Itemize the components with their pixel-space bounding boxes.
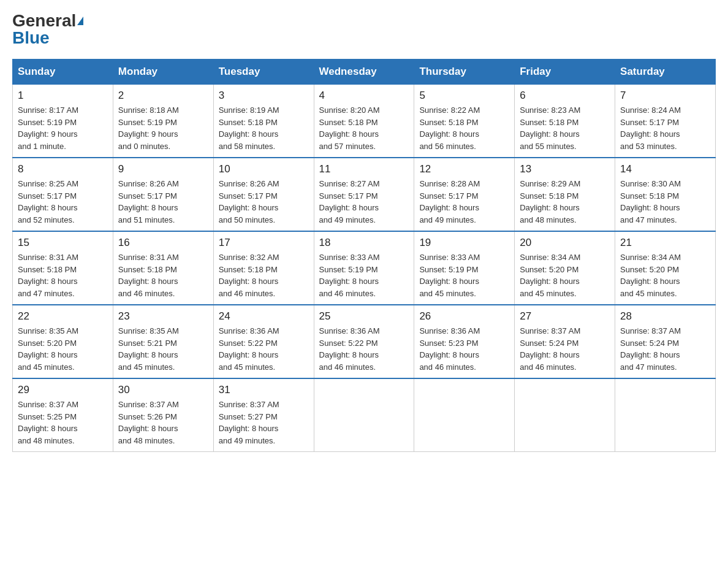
day-info: Sunrise: 8:27 AM Sunset: 5:17 PM Dayligh… — [319, 178, 409, 226]
day-number: 19 — [419, 237, 509, 249]
day-number: 18 — [319, 237, 409, 249]
day-number: 3 — [219, 90, 309, 102]
day-info: Sunrise: 8:18 AM Sunset: 5:19 PM Dayligh… — [118, 104, 208, 152]
calendar-day-cell: 5 Sunrise: 8:22 AM Sunset: 5:18 PM Dayli… — [414, 85, 515, 158]
day-info: Sunrise: 8:37 AM Sunset: 5:25 PM Dayligh… — [18, 399, 108, 446]
calendar-day-cell: 12 Sunrise: 8:28 AM Sunset: 5:17 PM Dayl… — [414, 158, 515, 231]
day-number: 5 — [419, 90, 509, 102]
calendar-day-cell: 9 Sunrise: 8:26 AM Sunset: 5:17 PM Dayli… — [113, 158, 213, 231]
calendar-day-cell — [314, 378, 414, 452]
day-info: Sunrise: 8:26 AM Sunset: 5:17 PM Dayligh… — [118, 178, 208, 226]
calendar-day-cell — [414, 378, 515, 452]
day-info: Sunrise: 8:35 AM Sunset: 5:20 PM Dayligh… — [18, 325, 108, 373]
day-info: Sunrise: 8:37 AM Sunset: 5:24 PM Dayligh… — [520, 325, 610, 373]
calendar-day-cell: 26 Sunrise: 8:36 AM Sunset: 5:23 PM Dayl… — [414, 305, 515, 378]
day-info: Sunrise: 8:20 AM Sunset: 5:18 PM Dayligh… — [319, 104, 409, 152]
day-number: 7 — [620, 90, 710, 102]
day-info: Sunrise: 8:23 AM Sunset: 5:18 PM Dayligh… — [520, 104, 610, 152]
header-wednesday: Wednesday — [314, 59, 414, 85]
calendar-week-row: 22 Sunrise: 8:35 AM Sunset: 5:20 PM Dayl… — [13, 305, 716, 378]
calendar-day-cell — [515, 378, 615, 452]
calendar-table: Sunday Monday Tuesday Wednesday Thursday… — [12, 59, 716, 452]
day-info: Sunrise: 8:22 AM Sunset: 5:18 PM Dayligh… — [419, 104, 509, 152]
header-friday: Friday — [515, 59, 615, 85]
day-info: Sunrise: 8:37 AM Sunset: 5:24 PM Dayligh… — [620, 325, 710, 373]
calendar-day-cell: 22 Sunrise: 8:35 AM Sunset: 5:20 PM Dayl… — [13, 305, 113, 378]
calendar-day-cell: 13 Sunrise: 8:29 AM Sunset: 5:18 PM Dayl… — [515, 158, 615, 231]
calendar-week-row: 29 Sunrise: 8:37 AM Sunset: 5:25 PM Dayl… — [13, 378, 716, 452]
day-number: 13 — [520, 163, 610, 175]
day-info: Sunrise: 8:36 AM Sunset: 5:22 PM Dayligh… — [219, 325, 309, 373]
calendar-day-cell: 23 Sunrise: 8:35 AM Sunset: 5:21 PM Dayl… — [113, 305, 213, 378]
header-monday: Monday — [113, 59, 213, 85]
logo: General Blue — [12, 12, 83, 47]
logo-general-text: General — [12, 12, 76, 29]
day-info: Sunrise: 8:37 AM Sunset: 5:26 PM Dayligh… — [118, 399, 208, 446]
day-info: Sunrise: 8:19 AM Sunset: 5:18 PM Dayligh… — [219, 104, 309, 152]
day-info: Sunrise: 8:32 AM Sunset: 5:18 PM Dayligh… — [219, 251, 309, 299]
day-number: 10 — [219, 163, 309, 175]
day-info: Sunrise: 8:24 AM Sunset: 5:17 PM Dayligh… — [620, 104, 710, 152]
calendar-day-cell: 25 Sunrise: 8:36 AM Sunset: 5:22 PM Dayl… — [314, 305, 414, 378]
day-info: Sunrise: 8:28 AM Sunset: 5:17 PM Dayligh… — [419, 178, 509, 226]
calendar-day-cell: 8 Sunrise: 8:25 AM Sunset: 5:17 PM Dayli… — [13, 158, 113, 231]
calendar-day-cell: 20 Sunrise: 8:34 AM Sunset: 5:20 PM Dayl… — [515, 231, 615, 305]
calendar-week-row: 1 Sunrise: 8:17 AM Sunset: 5:19 PM Dayli… — [13, 85, 716, 158]
calendar-day-cell: 3 Sunrise: 8:19 AM Sunset: 5:18 PM Dayli… — [213, 85, 314, 158]
logo-triangle-icon — [77, 17, 83, 25]
day-number: 31 — [219, 384, 309, 396]
day-number: 25 — [319, 310, 409, 323]
day-number: 28 — [620, 310, 710, 323]
page-header: General Blue — [12, 12, 716, 47]
calendar-day-cell: 17 Sunrise: 8:32 AM Sunset: 5:18 PM Dayl… — [213, 231, 314, 305]
day-info: Sunrise: 8:25 AM Sunset: 5:17 PM Dayligh… — [18, 178, 108, 226]
day-number: 2 — [118, 90, 208, 102]
calendar-day-cell: 4 Sunrise: 8:20 AM Sunset: 5:18 PM Dayli… — [314, 85, 414, 158]
calendar-day-cell: 31 Sunrise: 8:37 AM Sunset: 5:27 PM Dayl… — [213, 378, 314, 452]
day-info: Sunrise: 8:31 AM Sunset: 5:18 PM Dayligh… — [18, 251, 108, 299]
day-info: Sunrise: 8:26 AM Sunset: 5:17 PM Dayligh… — [219, 178, 309, 226]
day-info: Sunrise: 8:33 AM Sunset: 5:19 PM Dayligh… — [419, 251, 509, 299]
calendar-day-cell: 7 Sunrise: 8:24 AM Sunset: 5:17 PM Dayli… — [615, 85, 716, 158]
day-number: 29 — [18, 384, 108, 396]
weekday-header-row: Sunday Monday Tuesday Wednesday Thursday… — [13, 59, 716, 85]
day-number: 20 — [520, 237, 610, 249]
day-number: 4 — [319, 90, 409, 102]
day-info: Sunrise: 8:36 AM Sunset: 5:23 PM Dayligh… — [419, 325, 509, 373]
calendar-day-cell — [615, 378, 716, 452]
header-sunday: Sunday — [13, 59, 113, 85]
day-number: 11 — [319, 163, 409, 175]
day-number: 15 — [18, 237, 108, 249]
calendar-day-cell: 1 Sunrise: 8:17 AM Sunset: 5:19 PM Dayli… — [13, 85, 113, 158]
header-thursday: Thursday — [414, 59, 515, 85]
calendar-day-cell: 18 Sunrise: 8:33 AM Sunset: 5:19 PM Dayl… — [314, 231, 414, 305]
calendar-day-cell: 16 Sunrise: 8:31 AM Sunset: 5:18 PM Dayl… — [113, 231, 213, 305]
day-info: Sunrise: 8:34 AM Sunset: 5:20 PM Dayligh… — [520, 251, 610, 299]
calendar-day-cell: 14 Sunrise: 8:30 AM Sunset: 5:18 PM Dayl… — [615, 158, 716, 231]
calendar-day-cell: 6 Sunrise: 8:23 AM Sunset: 5:18 PM Dayli… — [515, 85, 615, 158]
calendar-day-cell: 27 Sunrise: 8:37 AM Sunset: 5:24 PM Dayl… — [515, 305, 615, 378]
calendar-day-cell: 19 Sunrise: 8:33 AM Sunset: 5:19 PM Dayl… — [414, 231, 515, 305]
calendar-day-cell: 21 Sunrise: 8:34 AM Sunset: 5:20 PM Dayl… — [615, 231, 716, 305]
calendar-day-cell: 11 Sunrise: 8:27 AM Sunset: 5:17 PM Dayl… — [314, 158, 414, 231]
header-tuesday: Tuesday — [213, 59, 314, 85]
day-info: Sunrise: 8:36 AM Sunset: 5:22 PM Dayligh… — [319, 325, 409, 373]
day-number: 27 — [520, 310, 610, 323]
day-number: 1 — [18, 90, 108, 102]
calendar-week-row: 8 Sunrise: 8:25 AM Sunset: 5:17 PM Dayli… — [13, 158, 716, 231]
day-info: Sunrise: 8:35 AM Sunset: 5:21 PM Dayligh… — [118, 325, 208, 373]
calendar-day-cell: 28 Sunrise: 8:37 AM Sunset: 5:24 PM Dayl… — [615, 305, 716, 378]
day-number: 16 — [118, 237, 208, 249]
day-number: 9 — [118, 163, 208, 175]
header-saturday: Saturday — [615, 59, 716, 85]
day-number: 24 — [219, 310, 309, 323]
calendar-day-cell: 2 Sunrise: 8:18 AM Sunset: 5:19 PM Dayli… — [113, 85, 213, 158]
day-number: 12 — [419, 163, 509, 175]
calendar-week-row: 15 Sunrise: 8:31 AM Sunset: 5:18 PM Dayl… — [13, 231, 716, 305]
day-info: Sunrise: 8:37 AM Sunset: 5:27 PM Dayligh… — [219, 399, 309, 446]
calendar-day-cell: 15 Sunrise: 8:31 AM Sunset: 5:18 PM Dayl… — [13, 231, 113, 305]
day-number: 22 — [18, 310, 108, 323]
day-number: 14 — [620, 163, 710, 175]
calendar-day-cell: 10 Sunrise: 8:26 AM Sunset: 5:17 PM Dayl… — [213, 158, 314, 231]
day-number: 26 — [419, 310, 509, 323]
